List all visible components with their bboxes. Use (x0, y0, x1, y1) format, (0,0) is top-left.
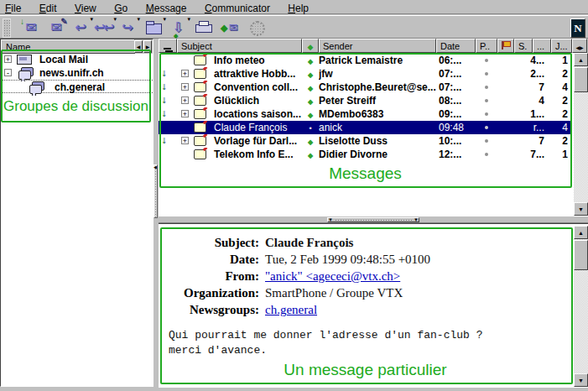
name-column-header[interactable]: Name (1, 39, 135, 54)
scroll-up-icon[interactable]: ▲ (574, 226, 588, 239)
scroll-down-icon[interactable]: ▼ (574, 202, 588, 216)
forward-icon: ↪ (122, 20, 133, 34)
expand-thread-icon[interactable]: + (181, 96, 189, 104)
message-list-scrollbar[interactable]: ▲ ▼ (574, 53, 588, 216)
collapse-down-icon: ▼ (328, 217, 333, 222)
netscape-logo[interactable]: N (570, 18, 585, 38)
column-sender[interactable]: Sender (319, 39, 436, 53)
scroll-down-icon[interactable]: ▼ (574, 373, 588, 387)
scroll-right-icon[interactable]: ▶ (143, 40, 152, 53)
message-row[interactable]: ↓ +Convention coll... ◆ Christophe.Beure… (159, 81, 572, 94)
tree-item-ch-general[interactable]: ch.general (1, 80, 153, 93)
unread-diamond-icon[interactable]: ◆ (308, 58, 313, 65)
menu-message[interactable]: Message (146, 1, 187, 14)
expand-icon[interactable]: + (4, 55, 12, 63)
file-button[interactable]: ▾ (141, 17, 166, 38)
menu-help[interactable]: Help (288, 1, 309, 14)
field-value-from-link[interactable]: "anick" <agececi@vtx.ch> (265, 269, 400, 284)
expand-thread-icon[interactable]: + (181, 110, 189, 117)
unread-diamond-icon[interactable]: ◆ (308, 152, 313, 159)
menu-edit[interactable]: Edit (39, 1, 57, 14)
message-status: 2... (514, 67, 551, 81)
new-msg-button[interactable]: ✉ ✎ (44, 17, 69, 38)
column-flag[interactable] (497, 39, 514, 53)
message-row[interactable]: ↓ +attraktive Hobb... ◆ jfw 07:... 2... … (159, 67, 572, 81)
message-subject: Glücklich (214, 95, 259, 107)
preview-pane: Subject: Claude François Date: Tue, 2 Fe… (159, 223, 588, 388)
message-row[interactable]: ↓ +Info meteo ◆ Patrick Lemaistre 06:...… (159, 54, 572, 67)
get-msg-button[interactable]: ✉ ↓ (18, 17, 44, 38)
message-row[interactable]: ↓ +Telekom Info E... ◆ Didier Divorne 12… (159, 148, 572, 161)
collapse-icon[interactable]: - (4, 69, 12, 76)
column-priority[interactable]: P.. (476, 39, 497, 53)
splitter-collapse-widget[interactable]: ▼ ▼ (327, 217, 419, 222)
column-status[interactable]: S. (514, 39, 533, 53)
menu-go[interactable]: Go (114, 1, 127, 14)
field-value-subject: Claude François (265, 236, 353, 250)
pane-splitter-horizontal[interactable]: ▼ ▼ (159, 216, 588, 223)
message-sender: Peter Streiff (319, 94, 436, 107)
diamond-icon: ◆ (308, 43, 314, 51)
message-row[interactable]: ↓ +locations saison... ◆ MDembo6383 09:.… (159, 107, 572, 121)
column-unread-marker[interactable]: ◆ (302, 39, 319, 53)
message-icon (194, 69, 206, 79)
tree-item-local-mail[interactable]: + Local Mail (1, 53, 153, 66)
download-arrow-icon: ↓ (161, 94, 166, 106)
column-total[interactable]: J... (551, 39, 572, 53)
field-value-newsgroups-link[interactable]: ch.general (265, 303, 317, 317)
scroll-left-icon[interactable]: ◀ (134, 40, 143, 53)
scroll-up-icon[interactable]: ▲ (574, 53, 588, 66)
message-row-selected[interactable]: ↓ +Claude François • anick 09:48 r... 4 (159, 121, 572, 134)
priority-dot-icon (485, 126, 488, 129)
message-status: 4 (514, 94, 551, 107)
toolbar-grip[interactable] (3, 18, 11, 38)
message-subject: Vorlage für Darl... (214, 135, 297, 147)
column-subject[interactable]: Subject (177, 39, 302, 53)
scrollbar-thumb[interactable] (574, 240, 588, 270)
preview-scrollbar[interactable]: ▲ ▼ (574, 226, 588, 387)
column-date[interactable]: Date (436, 39, 476, 53)
message-sender: anick (319, 121, 436, 134)
column-scroll-buttons[interactable]: ◀▶ (572, 39, 587, 53)
dropdown-arrow-icon: ▾ (137, 16, 140, 23)
message-date: 10:... (436, 134, 476, 148)
reply-all-button[interactable]: ↩ ↩ ▾ (91, 17, 117, 38)
newsgroup-icon (29, 83, 43, 92)
next-button[interactable]: ⇩ ◆ ▾ (165, 17, 190, 38)
get-msg-icon: ✉ (25, 20, 36, 34)
download-arrow-icon: ↓ (161, 107, 166, 119)
message-row[interactable]: ↓ +Vorlage für Darl... ◆ Liselotte Duss … (159, 134, 572, 148)
scrollbar-thumb[interactable] (574, 67, 588, 92)
message-total: 2 (551, 67, 572, 81)
unread-diamond-icon[interactable]: ◆ (308, 112, 313, 119)
menu-communicator[interactable]: Communicator (205, 1, 270, 14)
read-dot-icon[interactable]: • (309, 124, 311, 133)
tree-item-news-server[interactable]: - news.unifr.ch (1, 66, 153, 80)
message-subject: Convention coll... (214, 81, 298, 93)
expand-thread-icon[interactable]: + (181, 70, 189, 77)
forward-button[interactable]: ↪ ▾ (115, 17, 140, 38)
menu-view[interactable]: View (75, 1, 96, 14)
field-label-date: Date: (165, 253, 259, 267)
message-body-line: Qui pourrait me donner l'adresse d'un fa… (169, 329, 482, 341)
reply-button[interactable]: ↩ ▾ (68, 17, 93, 38)
message-total: 4 (551, 81, 572, 94)
thread-column-button[interactable] (159, 39, 177, 53)
unread-diamond-icon[interactable]: ◆ (308, 138, 313, 146)
message-total: 4 (551, 121, 572, 134)
message-status: 4... (514, 54, 551, 67)
column-dots[interactable]: ... (533, 39, 551, 53)
stop-button[interactable] (244, 17, 269, 38)
message-date: 07:... (436, 81, 476, 94)
menu-file[interactable]: File (5, 1, 21, 14)
expand-thread-icon[interactable]: + (181, 137, 189, 144)
print-button[interactable] (190, 17, 216, 38)
unread-diamond-icon[interactable]: ◆ (308, 71, 313, 79)
unread-diamond-icon[interactable]: ◆ (308, 98, 313, 106)
splitter-collapse-handle[interactable]: ◀ (154, 164, 158, 218)
mark-button[interactable]: ◆ ✉ (217, 17, 242, 38)
unread-diamond-icon[interactable]: ◆ (308, 85, 313, 92)
message-row[interactable]: ↓ +Glücklich ◆ Peter Streiff 08:... 4 2 (159, 94, 572, 107)
message-sender: Liselotte Duss (319, 134, 436, 148)
expand-thread-icon[interactable]: + (181, 83, 189, 91)
